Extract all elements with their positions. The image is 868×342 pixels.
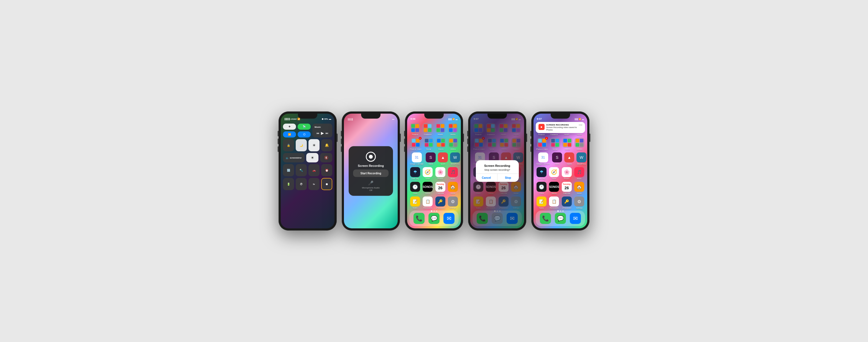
flashlight-btn[interactable]: 🔦 [296, 164, 307, 176]
bluetooth-btn[interactable]: ⬡ [298, 131, 311, 137]
phone3: 9:06 ▐▐▐ 📶 ▬ [405, 112, 463, 230]
app-row-3: 31 Google Calendar S Slack [410, 152, 458, 165]
dock-messages-5[interactable]: 💬 [555, 213, 566, 224]
carrier-label: cricket [290, 118, 297, 120]
alarm-btn[interactable]: ⏰ [321, 164, 332, 176]
app-wordpress[interactable]: W WordPress [450, 152, 460, 165]
phone1: ▐▐▐▐ cricket 📶 ⬢ 95% ▬ [279, 112, 337, 230]
battery-icon-2: ▬ [392, 118, 394, 120]
app-folder-media[interactable]: Media [448, 123, 458, 135]
screen-record-btn[interactable]: ⏺ [321, 178, 332, 190]
app-music[interactable]: 🎵 Music [448, 167, 458, 180]
sr-mic-label: Microphone Audio Off [362, 187, 380, 191]
dock-mail-5[interactable]: ✉ [570, 213, 581, 224]
app-clock[interactable]: 🕐 Clock [410, 182, 420, 194]
app-darksky[interactable]: 🌩 Dark Sky [410, 167, 420, 180]
darksky-icon: 🌩 [410, 167, 420, 177]
app-sonos[interactable]: SONOS Sonos [423, 182, 433, 194]
hotspot-btn[interactable]: 📡 [298, 124, 311, 130]
app-folder-finance[interactable]: Finance [410, 123, 420, 135]
app-row-4: 🌩 Dark Sky 🧭 Safari [410, 167, 458, 180]
calendar-icon: Tuesday26 [435, 182, 445, 192]
phone4-screen: 9:07 ▐▐▐ 📶 ▬ Finance Guidance [470, 114, 524, 228]
app-photos[interactable]: 🌸 Photos [435, 167, 445, 180]
social-icon [424, 138, 434, 148]
app-1password[interactable]: 🔑 1Password [435, 196, 445, 209]
notif-icon: ⏺ [538, 124, 545, 130]
app-folder-utilities[interactable]: Utilities [448, 138, 458, 150]
volume-btn[interactable]: 🔔 [321, 139, 332, 151]
dnd-btn[interactable]: 🌙 [296, 139, 307, 151]
phone3-wrapper: 9:06 ▐▐▐ 📶 ▬ [405, 112, 463, 230]
calculator-btn[interactable]: 🔢 [283, 164, 294, 176]
sr-inner-dot [369, 155, 373, 159]
notif-header: Screen Recording now [546, 124, 582, 126]
app-settings[interactable]: ⚙ Settings [448, 196, 458, 209]
volume-slider[interactable]: 🔇 [320, 153, 332, 162]
brightness-slider[interactable]: ☀ [306, 153, 318, 162]
play-btn[interactable]: ▶ [321, 131, 324, 135]
battery-saver-btn[interactable]: 🔋 [283, 178, 294, 190]
timer-btn[interactable]: ⏱ [296, 178, 307, 190]
next-btn[interactable]: ⏭ [326, 132, 329, 135]
app-calendar[interactable]: Tuesday26 Calendar [435, 182, 445, 194]
dock-phone-5[interactable]: 📞 [540, 213, 551, 224]
app-reminders[interactable]: 📋 Reminders [423, 196, 433, 209]
app-folder-social[interactable]: Social [424, 138, 434, 150]
cc-wifi-bt-row: 📶 ⬡ [283, 131, 311, 137]
music-controls: ⏮ ▶ ⏭ [315, 131, 330, 135]
dialog-box: Screen Recording Stop screen recording? … [476, 160, 519, 182]
brightness-btn[interactable]: ☀ [308, 139, 319, 151]
cc-row-4: 🔢 🔦 🚗 ⏰ [283, 164, 332, 176]
utilities-icon [448, 138, 458, 148]
dock-5: 📞 💬 ✉ [536, 211, 585, 226]
app-folder-stores[interactable]: Stores [436, 138, 446, 150]
status-right-5: ▐▐▐ 📶 ▬ [574, 118, 584, 120]
status-right-3: ▐▐▐ 📶 ▬ [448, 118, 458, 120]
wifi-btn[interactable]: 📶 [283, 131, 296, 137]
status-left-3: 9:06 [410, 118, 415, 120]
phone5-bg: 9:07 ▐▐▐ 📶 ▬ ⏺ Screen Recordi [533, 114, 587, 228]
stores-icon [436, 138, 446, 148]
dock-messages[interactable]: 💬 [429, 213, 439, 224]
guidance-icon [423, 123, 433, 133]
cc-row-3: 📺 screenmirror ☀ 🔇 [283, 153, 332, 162]
notification-banner[interactable]: ⏺ Screen Recording now Screen Recording … [536, 122, 585, 133]
cc-row-5: 🔋 ⏱ tv ⏺ [283, 178, 332, 190]
appletv-btn[interactable]: tv [308, 178, 319, 190]
app-slack[interactable]: S Slack [426, 152, 436, 165]
carplay-btn[interactable]: 🚗 [308, 164, 319, 176]
mirror-label: screenmirror [289, 157, 302, 159]
notif-app-label: Screen Recording [546, 124, 569, 126]
dock-mail[interactable]: ✉ [443, 213, 455, 224]
airplane-btn[interactable]: ✈ [283, 124, 296, 130]
music-block: Music ⏮ ▶ ⏭ [312, 124, 332, 137]
signal-3: ▐▐▐ [448, 118, 452, 120]
prev-btn[interactable]: ⏮ [316, 132, 319, 135]
dialog-content: Screen Recording Stop screen recording? [476, 160, 519, 174]
dialog-cancel-btn[interactable]: Cancel [476, 174, 497, 182]
mic-icon: 🎤 [368, 180, 374, 186]
rotation-btn[interactable]: 🔒 [283, 139, 294, 151]
app-safari[interactable]: 🧭 Safari [423, 167, 433, 180]
screen-mirror-btn[interactable]: 📺 screenmirror [283, 153, 305, 162]
app-row-6: 📝 Notes 📋 Reminders [410, 196, 458, 209]
app-googlecalendar[interactable]: 31 Google Calendar [410, 152, 424, 165]
slack-icon: S [426, 152, 436, 162]
phone5-screen: 9:07 ▐▐▐ 📶 ▬ ⏺ Screen Recordi [533, 114, 587, 228]
phone1-bg: ▐▐▐▐ cricket 📶 ⬢ 95% ▬ [281, 114, 335, 228]
phone1-wrapper: ▐▐▐▐ cricket 📶 ⬢ 95% ▬ [279, 112, 337, 230]
screen-recording-popup: Screen Recording Start Recording 🎤 Micro… [349, 146, 393, 196]
dialog-stop-btn[interactable]: Stop [497, 174, 519, 182]
app-folder-photovideo[interactable]: 2 Photo & Video [410, 138, 421, 150]
app-home[interactable]: 🏠 Home [448, 182, 458, 194]
app-notes[interactable]: 📝 Notes [410, 196, 420, 209]
sr-start-btn[interactable]: Start Recording [353, 169, 389, 177]
app-spark[interactable]: ▲ Spark [438, 152, 448, 165]
phone4-wrapper: 9:07 ▐▐▐ 📶 ▬ Finance Guidance [468, 112, 526, 230]
dock-phone[interactable]: 📞 [413, 213, 425, 224]
sr-icon [366, 152, 376, 162]
dialog-title: Screen Recording [479, 164, 516, 167]
app-folder-health[interactable]: Health [435, 123, 445, 135]
app-folder-guidance[interactable]: Guidance [423, 123, 433, 135]
